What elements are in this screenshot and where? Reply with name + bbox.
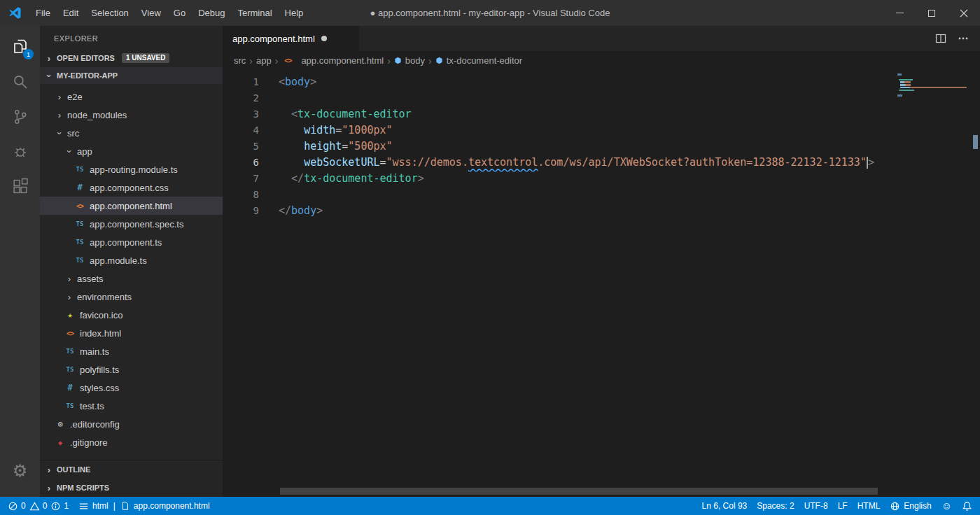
code-line-6[interactable]: 6 webSocketURL="wss://demos.textcontrol.… — [223, 155, 980, 171]
maximize-button[interactable] — [916, 0, 948, 26]
tree-item-gitignore[interactable]: .gitignore — [40, 433, 223, 451]
tree-item-app[interactable]: app — [40, 142, 223, 160]
menu-terminal[interactable]: Terminal — [231, 0, 278, 26]
language-indicator[interactable]: HTML — [853, 497, 886, 515]
menu-debug[interactable]: Debug — [192, 0, 231, 26]
tree-item-app-module-ts[interactable]: app.module.ts — [40, 251, 223, 269]
menu-go[interactable]: Go — [167, 0, 192, 26]
split-editor-icon[interactable] — [935, 33, 946, 44]
active-editor-indicator[interactable]: html | app.component.html — [74, 497, 215, 515]
eol-indicator[interactable]: LF — [833, 497, 853, 515]
unsaved-dot-icon — [321, 36, 327, 41]
chevron-right-icon — [43, 53, 55, 64]
breadcrumb-app-component-html[interactable]: app.component.html — [281, 55, 384, 66]
tree-item-environments[interactable]: environments — [40, 288, 223, 306]
menu-file[interactable]: File — [29, 0, 57, 26]
feedback-button[interactable] — [937, 497, 957, 515]
tree-item-src[interactable]: src — [40, 124, 223, 142]
tree-item-index-html[interactable]: index.html — [40, 324, 223, 342]
minimize-button[interactable] — [883, 0, 916, 26]
code-line-7[interactable]: 7 </tx-document-editor> — [223, 171, 980, 187]
ts-icon — [64, 348, 76, 355]
explorer-sidebar: EXPLORER OPEN EDITORS 1 UNSAVED MY-EDITO… — [40, 26, 223, 497]
tree-item-e2e[interactable]: e2e — [40, 87, 223, 106]
tab-app-component-html[interactable]: app.component.html — [223, 26, 359, 51]
indentation-indicator[interactable]: Spaces: 2 — [752, 497, 799, 515]
npm-scripts-section[interactable]: NPM SCRIPTS — [40, 479, 223, 497]
tree-item-app-component-spec-ts[interactable]: app.component.spec.ts — [40, 215, 223, 233]
code-line-9[interactable]: 9</body> — [223, 203, 980, 219]
ts-icon — [64, 366, 76, 373]
cursor-position-indicator[interactable]: Ln 6, Col 93 — [697, 497, 752, 515]
unsaved-badge: 1 UNSAVED — [122, 53, 170, 63]
menu-help[interactable]: Help — [279, 0, 310, 26]
line-number: 3 — [223, 106, 259, 122]
tree-item-label: app-routing.module.ts — [90, 164, 178, 175]
encoding-indicator[interactable]: UTF-8 — [799, 497, 833, 515]
locale-indicator[interactable]: English — [885, 497, 936, 515]
activity-explorer-button[interactable]: 1 — [0, 29, 40, 64]
tree-item-editorconfig[interactable]: .editorconfig — [40, 415, 223, 433]
tree-item-polyfills-ts[interactable]: polyfills.ts — [40, 360, 223, 379]
tree-item-node-modules[interactable]: node_modules — [40, 106, 223, 124]
minimap[interactable] — [897, 73, 969, 97]
chevron-down-icon — [43, 71, 55, 81]
html-icon — [64, 330, 76, 337]
html-icon — [281, 57, 294, 64]
tree-item-styles-css[interactable]: styles.css — [40, 379, 223, 397]
menu-bar: FileEditSelectionViewGoDebugTerminalHelp — [29, 0, 309, 26]
tree-item-favicon-ico[interactable]: favicon.ico — [40, 306, 223, 324]
code-line-8[interactable]: 8 — [223, 187, 980, 203]
statusbar-right: Ln 6, Col 93 Spaces: 2 UTF-8 LF HTML Eng… — [697, 497, 977, 515]
menu-selection[interactable]: Selection — [85, 0, 134, 26]
activity-search-button[interactable] — [0, 64, 40, 99]
chevron-right-icon — [54, 92, 65, 102]
tree-item-label: favicon.ico — [80, 310, 122, 320]
close-button[interactable] — [948, 0, 980, 26]
breadcrumb-body[interactable]: body — [394, 55, 425, 66]
horizontal-scrollbar[interactable] — [280, 488, 878, 495]
breadcrumb-separator-icon — [275, 55, 279, 66]
gear-icon — [54, 419, 66, 429]
ts-icon — [74, 239, 86, 246]
breadcrumb-src[interactable]: src — [234, 55, 246, 66]
breadcrumb-app[interactable]: app — [256, 55, 272, 66]
open-editors-section[interactable]: OPEN EDITORS 1 UNSAVED — [40, 49, 223, 67]
activity-source-control-button[interactable] — [0, 99, 40, 134]
maximize-icon — [928, 10, 935, 17]
code-editor[interactable]: 1<body>23 <tx-document-editor4 width="10… — [223, 70, 980, 497]
code-line-1[interactable]: 1<body> — [223, 74, 980, 90]
tree-item-label: index.html — [80, 328, 121, 339]
tree-item-app-component-ts[interactable]: app.component.ts — [40, 233, 223, 251]
settings-button[interactable] — [0, 453, 40, 488]
tree-item-assets[interactable]: assets — [40, 269, 223, 288]
line-number: 9 — [223, 203, 259, 219]
activity-debug-button[interactable] — [0, 134, 40, 169]
encoding-label: UTF-8 — [804, 501, 828, 511]
menu-view[interactable]: View — [135, 0, 167, 26]
tree-item-label: test.ts — [80, 401, 104, 411]
menu-edit[interactable]: Edit — [57, 0, 85, 26]
tree-item-test-ts[interactable]: test.ts — [40, 397, 223, 415]
problems-indicator[interactable]: 0 0 1 — [3, 497, 74, 515]
notifications-button[interactable] — [957, 497, 977, 515]
tree-item-app-component-css[interactable]: app.component.css — [40, 178, 223, 197]
tree-item-label: app.component.html — [90, 201, 172, 211]
chevron-down-icon — [54, 128, 65, 139]
more-actions-icon[interactable] — [958, 33, 969, 44]
chevron-right-icon — [64, 292, 75, 302]
code-line-3[interactable]: 3 <tx-document-editor — [223, 106, 980, 122]
git-icon — [54, 439, 66, 446]
tree-item-main-ts[interactable]: main.ts — [40, 342, 223, 360]
info-count: 1 — [64, 501, 69, 511]
breadcrumb-tx-document-editor[interactable]: tx-document-editor — [435, 55, 522, 66]
tree-item-app-component-html[interactable]: app.component.html — [40, 197, 223, 215]
project-root-section[interactable]: MY-EDITOR-APP — [40, 67, 223, 84]
code-line-4[interactable]: 4 width="1000px" — [223, 122, 980, 139]
star-icon — [64, 310, 76, 320]
tree-item-app-routing-module-ts[interactable]: app-routing.module.ts — [40, 160, 223, 178]
outline-section[interactable]: OUTLINE — [40, 460, 223, 479]
activity-extensions-button[interactable] — [0, 169, 40, 204]
code-line-5[interactable]: 5 height="500px" — [223, 139, 980, 155]
code-line-2[interactable]: 2 — [223, 90, 980, 106]
